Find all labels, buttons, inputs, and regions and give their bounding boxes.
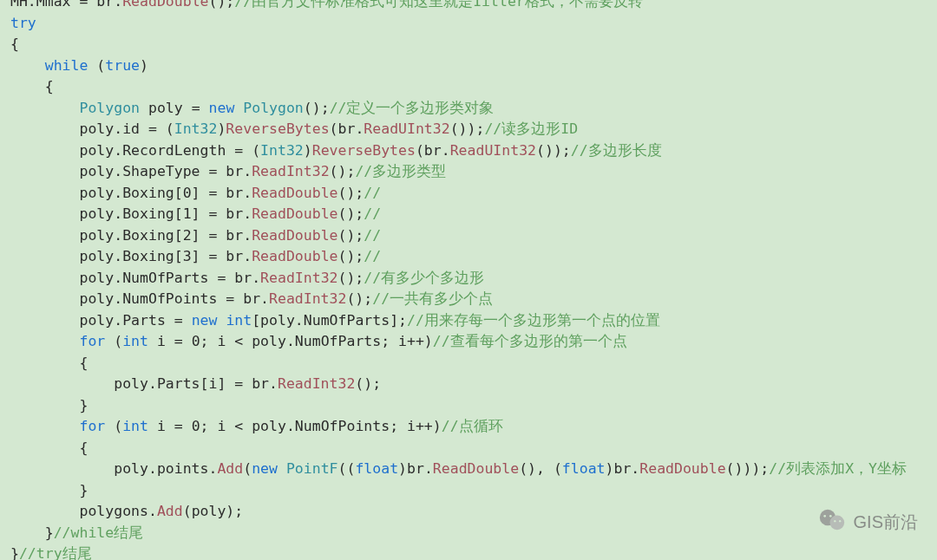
code-line: }//while结尾 (10, 524, 143, 541)
code-line: poly.id = (Int32)ReverseBytes(br.ReadUIn… (10, 120, 578, 137)
code-line: { (10, 78, 54, 94)
code-line: Polygon poly = new Polygon();//定义一个多边形类对… (10, 100, 495, 116)
code-line: poly.Boxing[0] = br.ReadDouble();// (10, 185, 381, 201)
code-line: poly.Boxing[2] = br.ReadDouble();// (10, 227, 381, 244)
code-line: MH.Mmax = br.ReadDouble();//由官方文件标准格式可知这… (10, 0, 643, 10)
code-line: try (10, 15, 36, 31)
code-line: poly.Boxing[1] = br.ReadDouble();// (10, 205, 381, 222)
code-line: polygons.Add(poly); (10, 503, 243, 519)
code-line: while (true) (10, 57, 148, 74)
code-line: }//try结尾 (10, 545, 92, 560)
code-line: { (10, 440, 88, 456)
code-block: MH.Mmax = br.ReadDouble();//由官方文件标准格式可知这… (0, 0, 937, 560)
code-line: { (10, 36, 19, 52)
code-line: poly.RecordLength = (Int32)ReverseBytes(… (10, 142, 662, 159)
code-line: } (10, 397, 88, 413)
code-line: { (10, 355, 88, 371)
code-line: for (int i = 0; i < poly.NumOfParts; i++… (10, 333, 627, 349)
code-line: } (10, 482, 88, 498)
code-line: poly.points.Add(new PointF((float)br.Rea… (10, 460, 907, 477)
code-line: for (int i = 0; i < poly.NumOfPoints; i+… (10, 418, 503, 434)
code-line: poly.ShapeType = br.ReadInt32();//多边形类型 (10, 163, 446, 179)
code-line: poly.Boxing[3] = br.ReadDouble();// (10, 248, 381, 264)
code-line: poly.NumOfPoints = br.ReadInt32();//一共有多… (10, 290, 493, 307)
code-line: poly.Parts[i] = br.ReadInt32(); (10, 375, 381, 392)
code-line: poly.Parts = new int[poly.NumOfParts];//… (10, 312, 660, 329)
code-line: poly.NumOfParts = br.ReadInt32();//有多少个多… (10, 270, 484, 286)
